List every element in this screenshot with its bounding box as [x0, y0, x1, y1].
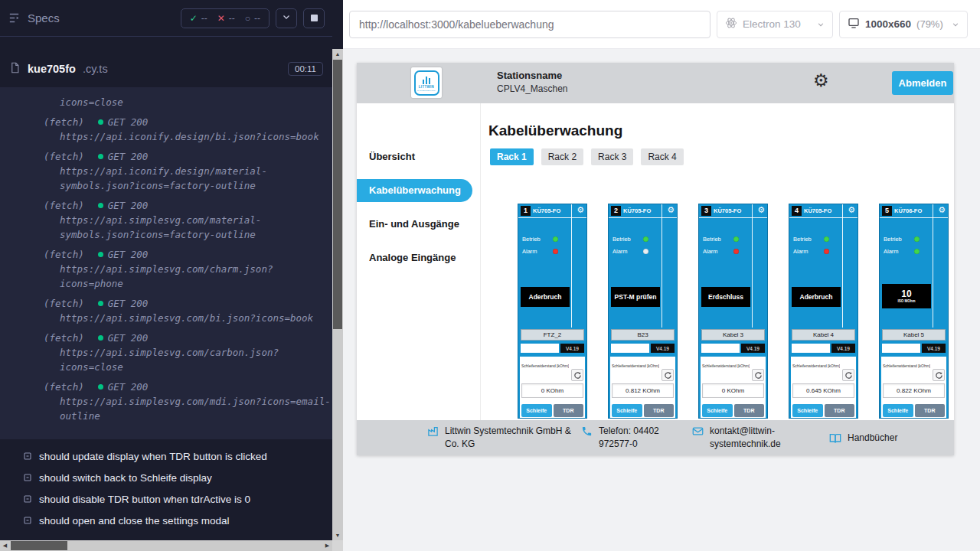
refresh-icon[interactable]	[752, 369, 764, 381]
request-url: https://api.simplesvg.com/bi.json?​icons…	[60, 311, 332, 325]
test-icon	[23, 516, 32, 525]
log-entry[interactable]: (fetch)GET 200https://api.simplesvg.com/…	[44, 331, 323, 374]
cable-name-field[interactable]: Kabel 4	[792, 329, 855, 341]
test-stats: ✓ -- ✕ -- ○ --	[181, 8, 270, 28]
scroll-down-arrow[interactable]: ▼	[332, 530, 343, 540]
spec-row[interactable]: kue705fo.cy.ts 00:11	[0, 57, 332, 81]
vertical-scroll-thumb[interactable]	[333, 60, 342, 329]
specs-toggle[interactable]: Specs	[8, 11, 60, 24]
alarm-led	[553, 249, 558, 254]
sidebar-item-kabeluberwachung[interactable]: Kabelüberwachung	[357, 179, 472, 202]
success-dot-icon	[98, 384, 103, 390]
cable-name-field[interactable]: Kabel 5	[882, 329, 946, 341]
station-label: Stationsname	[497, 70, 568, 81]
refresh-icon[interactable]	[933, 369, 945, 381]
log-entry[interactable]: (fetch)GET 200https://api.simplesvg.com/…	[44, 380, 323, 423]
sidebar-item-ein-und-ausgange[interactable]: Ein- und Ausgänge	[357, 207, 480, 241]
passed-icon: ✓	[190, 14, 198, 23]
littwin-app: LITTWIN SYSTEMTECHNIK Stationsname CPLV4…	[357, 63, 954, 455]
test-title: should update display when TDR button is…	[39, 451, 267, 462]
log-entry[interactable]: (fetch)GET 200https://api.simplesvg.com/…	[44, 247, 323, 291]
log-line-continuation: icons=close	[60, 95, 323, 109]
logout-button[interactable]: Abmelden	[892, 71, 953, 95]
footer-text: Handbücher	[848, 432, 897, 445]
refresh-icon[interactable]	[842, 369, 854, 381]
request-url: https://api.iconify.design/bi.json?​icon…	[60, 129, 332, 144]
test-item[interactable]: should disable TDR button when tdrActive…	[23, 488, 323, 510]
device-card: 5KÜ706-FO⚙BetriebAlarm10ISO MOhmKabel 5V…	[879, 204, 949, 419]
scroll-right-arrow[interactable]: ▶	[322, 540, 332, 551]
cable-name-field[interactable]: Kabel 3	[701, 329, 765, 341]
spec-extension: .cy.ts	[83, 63, 108, 75]
stop-icon	[311, 15, 318, 21]
fetch-label: (fetch)	[44, 198, 84, 213]
betrieb-label: Betrieb	[703, 236, 721, 243]
footer-item: Handbücher	[829, 432, 897, 445]
tdr-button[interactable]: TDR	[554, 404, 584, 417]
scroll-left-arrow[interactable]: ◀	[0, 540, 10, 551]
test-item[interactable]: should switch back to Schleife display	[23, 467, 323, 488]
card-gear-icon[interactable]: ⚙	[848, 206, 855, 214]
schleife-button[interactable]: Schleife	[883, 404, 913, 417]
test-title: should switch back to Schleife display	[39, 472, 212, 484]
alarm-label: Alarm	[703, 248, 718, 255]
log-entry[interactable]: (fetch)GET 200https://api.simplesvg.com/…	[44, 198, 323, 242]
footer-item: kontakt@littwin-systemtechnik.de	[692, 425, 786, 451]
tdr-button[interactable]: TDR	[734, 404, 765, 417]
browser-select[interactable]: Electron 130	[717, 11, 833, 38]
page-title: Kabelüberwachung	[488, 122, 954, 139]
status-display: Erdschluss	[701, 287, 750, 307]
schleife-button[interactable]: Schleife	[702, 404, 733, 417]
horizontal-scroll-thumb[interactable]	[11, 541, 67, 550]
tdr-button[interactable]: TDR	[644, 404, 675, 417]
device-card: 2KÜ705-FO⚙BetriebAlarmPST-M prüfenB23V4.…	[608, 204, 678, 419]
measurement-panel: Schleifenwiderstand [kOhm]0 KOhmSchleife…	[520, 357, 585, 418]
vertical-scrollbar[interactable]: ▲ ▼	[332, 49, 343, 540]
refresh-icon[interactable]	[662, 369, 674, 381]
alarm-led	[643, 249, 648, 254]
collapse-runs-button[interactable]	[276, 8, 297, 28]
cable-name-field[interactable]: B23	[611, 329, 675, 341]
device-card: 4KÜ705-FO⚙BetriebAlarmAderbruchKabel 4V4…	[789, 204, 858, 419]
url-input[interactable]	[349, 11, 710, 38]
card-gear-icon[interactable]: ⚙	[667, 206, 675, 214]
spec-name: kue705fo	[28, 63, 76, 75]
test-item[interactable]: should open and close the settings modal	[23, 510, 323, 531]
footer-item: Littwin Systemtechnik GmbH & Co. KG	[427, 425, 581, 451]
tdr-button[interactable]: TDR	[915, 404, 946, 417]
log-entry[interactable]: (fetch)GET 200https://api.simplesvg.com/…	[44, 296, 323, 325]
request-url: https://api.simplesvg.com/carbon.json?​i…	[60, 345, 332, 374]
card-gear-icon[interactable]: ⚙	[577, 206, 584, 214]
alarm-label: Alarm	[612, 248, 628, 255]
schleife-button[interactable]: Schleife	[612, 404, 642, 417]
tab-rack-2[interactable]: Rack 2	[541, 148, 583, 165]
spec-file-icon	[9, 62, 21, 77]
settings-gear-icon[interactable]: ⚙	[813, 72, 829, 90]
log-entry[interactable]: (fetch)GET 200https://api.iconify.design…	[44, 149, 323, 193]
chevron-down-icon	[952, 21, 959, 28]
scroll-up-arrow[interactable]: ▲	[332, 49, 343, 59]
horizontal-scrollbar[interactable]: ◀ ▶	[0, 540, 332, 551]
fetch-label: (fetch)	[44, 380, 84, 394]
sidebar-item-analoge-eingange[interactable]: Analoge Eingänge	[357, 241, 480, 275]
refresh-icon[interactable]	[571, 369, 583, 381]
card-divider	[518, 217, 586, 218]
log-entry[interactable]: (fetch)GET 200https://api.iconify.design…	[44, 115, 323, 144]
card-gear-icon[interactable]: ⚙	[757, 206, 765, 214]
stop-button[interactable]	[303, 8, 325, 28]
tab-rack-4[interactable]: Rack 4	[641, 148, 683, 165]
tab-rack-1[interactable]: Rack 1	[490, 148, 534, 165]
sidebar-item-ubersicht[interactable]: Übersicht	[357, 140, 480, 174]
schleife-button[interactable]: Schleife	[792, 404, 823, 417]
viewport-select[interactable]: 1000x660 (79%)	[839, 11, 968, 38]
measurement-panel: Schleifenwiderstand [kOhm]0 KOhmSchleife…	[701, 357, 766, 418]
card-gear-icon[interactable]: ⚙	[938, 206, 946, 214]
card-divider	[842, 204, 843, 328]
card-buttons: SchleifeTDR	[702, 404, 764, 417]
tab-rack-3[interactable]: Rack 3	[591, 148, 633, 165]
schleife-button[interactable]: Schleife	[521, 404, 552, 417]
cable-name-field[interactable]: FTZ_2	[521, 329, 584, 341]
test-item[interactable]: should update display when TDR button is…	[23, 445, 323, 467]
firmware-version: V4.19	[831, 344, 855, 353]
tdr-button[interactable]: TDR	[825, 404, 855, 417]
